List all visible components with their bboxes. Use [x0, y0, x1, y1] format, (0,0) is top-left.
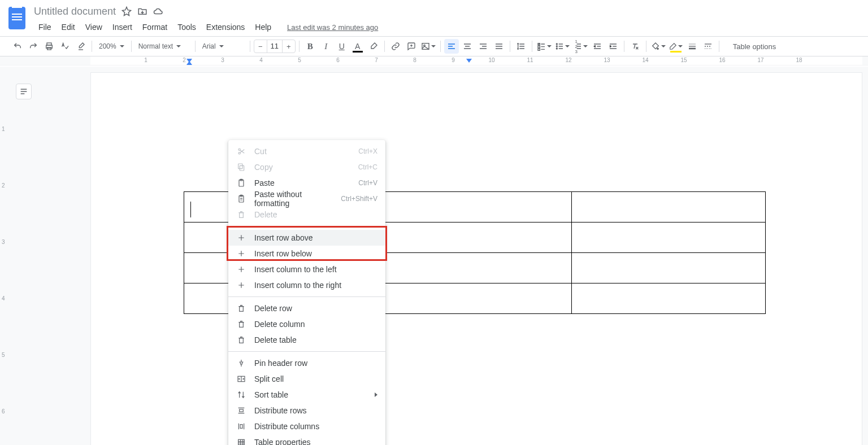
menu-item-del-table[interactable]: Delete table	[228, 332, 385, 348]
menu-item-accel: Ctrl+X	[358, 147, 377, 155]
chevron-down-icon	[176, 45, 181, 47]
checklist-button[interactable]	[536, 39, 553, 54]
menu-view[interactable]: View	[81, 20, 107, 34]
underline-button[interactable]: U	[335, 39, 349, 54]
svg-point-9	[556, 46, 557, 47]
svg-rect-14	[238, 164, 242, 169]
italic-button[interactable]: I	[319, 39, 333, 54]
vruler-number: 5	[2, 352, 5, 358]
menu-item-accel: Ctrl+C	[358, 163, 377, 171]
document-page[interactable]	[90, 72, 862, 445]
menu-item-delete: Delete	[228, 207, 385, 223]
menu-item-col-right[interactable]: Insert column to the right	[228, 277, 385, 293]
paint-format-button[interactable]	[73, 39, 88, 54]
numbered-list-button[interactable]: 123	[572, 39, 589, 54]
menu-help[interactable]: Help	[250, 20, 276, 34]
insert-link-button[interactable]	[388, 39, 403, 54]
context-menu: CutCtrl+XCopyCtrl+CPasteCtrl+VPaste with…	[228, 140, 385, 445]
border-style-button[interactable]	[701, 39, 715, 54]
menu-item-label: Pin header row	[254, 359, 377, 368]
svg-rect-19	[240, 213, 244, 218]
insert-image-button[interactable]	[420, 39, 437, 54]
menu-item-dist-rows[interactable]: Distribute rows	[228, 403, 385, 418]
print-button[interactable]	[42, 39, 57, 54]
menu-item-split-cell[interactable]: Split cell	[228, 371, 385, 387]
menu-item-label: Sort table	[254, 390, 367, 399]
ruler-number: 8	[413, 57, 416, 63]
align-justify-button[interactable]	[492, 39, 506, 54]
paragraph-style-select[interactable]: Normal text	[135, 40, 192, 53]
menu-item-sort-table[interactable]: Sort table	[228, 387, 385, 403]
menu-separator	[228, 351, 385, 352]
menu-edit[interactable]: Edit	[57, 20, 80, 34]
menu-item-del-row[interactable]: Delete row	[228, 300, 385, 316]
chevron-down-icon	[547, 45, 552, 47]
move-icon[interactable]	[137, 6, 147, 16]
menu-item-table-props[interactable]: Table properties	[228, 434, 385, 445]
indent-marker-icon[interactable]	[466, 59, 472, 63]
horizontal-ruler[interactable]: 123456789101112131415161718	[0, 56, 868, 66]
undo-button[interactable]	[10, 39, 25, 54]
font-size-decrease-button[interactable]: −	[254, 40, 267, 53]
bold-button[interactable]: B	[303, 39, 318, 54]
table-icon	[236, 437, 246, 445]
toolbar-separator	[440, 41, 441, 52]
border-width-button[interactable]	[685, 39, 700, 54]
toolbar-separator	[250, 41, 250, 52]
redo-button[interactable]	[26, 39, 41, 54]
line-spacing-button[interactable]	[514, 39, 528, 54]
decrease-indent-button[interactable]	[590, 39, 605, 54]
document-title[interactable]: Untitled document	[34, 6, 116, 18]
menu-insert[interactable]: Insert	[108, 20, 137, 34]
table-cell[interactable]	[378, 283, 572, 314]
border-color-button[interactable]	[668, 39, 684, 54]
add-comment-button[interactable]	[404, 39, 419, 54]
menu-item-row-above[interactable]: Insert row above	[228, 230, 385, 246]
menu-tools[interactable]: Tools	[173, 20, 201, 34]
spellcheck-button[interactable]	[58, 39, 72, 54]
vertical-ruler[interactable]: 1234567	[0, 67, 10, 445]
increase-indent-button[interactable]	[606, 39, 620, 54]
menu-file[interactable]: File	[34, 20, 56, 34]
menu-item-label: Delete column	[254, 320, 377, 329]
menu-item-del-col[interactable]: Delete column	[228, 316, 385, 332]
last-edit-link[interactable]: Last edit was 2 minutes ago	[287, 23, 378, 32]
table-cell[interactable]	[572, 283, 766, 314]
indent-marker-icon[interactable]	[186, 61, 192, 65]
menu-item-paste[interactable]: PasteCtrl+V	[228, 175, 385, 191]
font-size-increase-button[interactable]: +	[283, 40, 295, 53]
zoom-value: 200%	[99, 42, 116, 50]
menu-extensions[interactable]: Extensions	[202, 20, 249, 34]
cloud-status-icon[interactable]	[153, 6, 163, 16]
table-cell[interactable]	[572, 223, 766, 253]
align-right-button[interactable]	[476, 39, 491, 54]
table-cell[interactable]	[572, 253, 766, 283]
font-size-input[interactable]: 11	[267, 40, 283, 53]
menu-item-col-left[interactable]: Insert column to the left	[228, 261, 385, 277]
docs-logo-icon[interactable]	[8, 7, 25, 29]
toolbar-separator	[719, 41, 719, 52]
text-color-button[interactable]: A	[350, 39, 365, 54]
table-cell[interactable]	[378, 192, 572, 223]
menu-format[interactable]: Format	[138, 20, 172, 34]
align-center-button[interactable]	[460, 39, 475, 54]
align-left-button[interactable]	[444, 39, 459, 54]
menu-item-pin-header[interactable]: Pin header row	[228, 355, 385, 371]
fill-color-button[interactable]	[650, 39, 667, 54]
dist-rows-icon	[236, 405, 246, 416]
clear-formatting-button[interactable]	[628, 39, 643, 54]
menu-item-paste-no-fmt[interactable]: Paste without formattingCtrl+Shift+V	[228, 191, 385, 207]
document-outline-button[interactable]	[16, 84, 32, 99]
bulleted-list-button[interactable]	[554, 39, 571, 54]
menu-item-dist-cols[interactable]: Distribute columns	[228, 418, 385, 434]
zoom-select[interactable]: 200%	[96, 40, 128, 53]
font-select[interactable]: Arial	[199, 40, 246, 53]
plus-icon	[236, 264, 246, 274]
table-cell[interactable]	[378, 253, 572, 283]
table-cell[interactable]	[572, 192, 766, 223]
table-options-button[interactable]: Table options	[727, 40, 782, 53]
table-cell[interactable]	[378, 223, 572, 253]
star-icon[interactable]	[121, 6, 132, 16]
menu-item-row-below[interactable]: Insert row below	[228, 246, 385, 261]
highlight-color-button[interactable]	[366, 39, 381, 54]
